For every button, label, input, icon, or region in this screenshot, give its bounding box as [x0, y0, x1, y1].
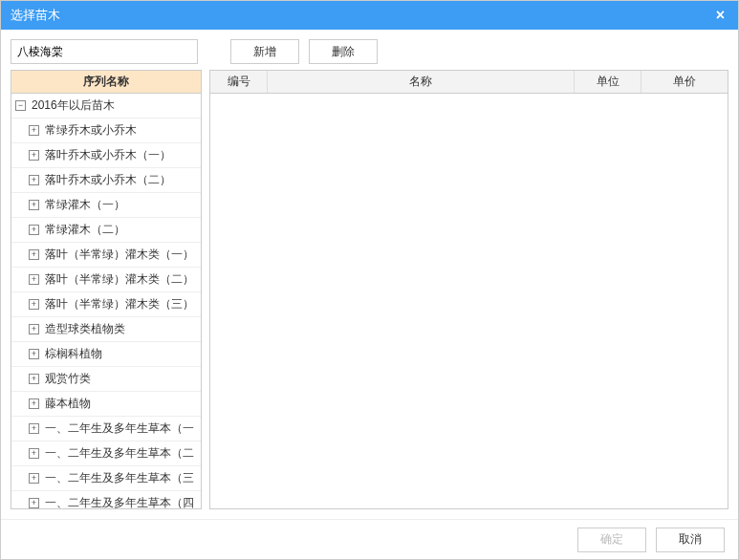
tree-node-label: 一、二年生及多年生草本（三	[45, 470, 194, 486]
tree-node[interactable]: +棕榈科植物	[11, 342, 201, 367]
tree-node-label: 2016年以后苗木	[32, 97, 115, 114]
tree-node[interactable]: +常绿灌木（二）	[11, 218, 201, 243]
ok-button[interactable]: 确定	[577, 528, 646, 552]
search-input[interactable]	[11, 39, 198, 64]
tree-node[interactable]: +落叶（半常绿）灌木类（一）	[11, 243, 201, 268]
tree-node-label: 常绿灌木（二）	[45, 222, 125, 238]
tree-pane: 序列名称 −2016年以后苗木+常绿乔木或小乔木+落叶乔木或小乔木（一）+落叶乔…	[11, 70, 202, 509]
tree-node-label: 常绿灌木（一）	[45, 197, 125, 213]
expand-icon[interactable]: +	[29, 274, 39, 285]
tree-node-label: 一、二年生及多年生草本（一	[45, 420, 194, 437]
table-pane: 编号 名称 单位 单价	[209, 70, 728, 509]
expand-icon[interactable]: +	[29, 125, 39, 136]
tree-node-label: 落叶（半常绿）灌木类（一）	[45, 247, 194, 263]
toolbar: 新增 删除	[11, 39, 728, 64]
expand-icon[interactable]: +	[29, 299, 39, 310]
tree-node-label: 落叶乔木或小乔木（一）	[45, 147, 171, 163]
tree-node-label: 观赏竹类	[45, 371, 91, 387]
tree-node[interactable]: +落叶乔木或小乔木（一）	[11, 143, 201, 168]
expand-icon[interactable]: +	[29, 349, 39, 359]
tree-scroll[interactable]: −2016年以后苗木+常绿乔木或小乔木+落叶乔木或小乔木（一）+落叶乔木或小乔木…	[11, 94, 201, 508]
col-name[interactable]: 名称	[268, 71, 575, 93]
tree-node-label: 落叶（半常绿）灌木类（三）	[45, 296, 194, 312]
table-body	[210, 94, 728, 508]
expand-icon[interactable]: +	[29, 200, 39, 210]
collapse-icon[interactable]: −	[15, 100, 26, 111]
expand-icon[interactable]: +	[29, 249, 39, 260]
tree-root[interactable]: −2016年以后苗木	[11, 94, 201, 118]
dialog: 选择苗木 × 新增 删除 序列名称 −2016年以后苗木+常绿乔木或小乔木+落叶…	[0, 0, 739, 560]
cancel-button[interactable]: 取消	[656, 528, 725, 552]
tree-node[interactable]: +一、二年生及多年生草本（三	[11, 466, 201, 491]
tree-node[interactable]: +落叶乔木或小乔木（二）	[11, 168, 201, 193]
tree-node-label: 造型球类植物类	[45, 321, 125, 337]
tree-node-label: 棕榈科植物	[45, 346, 102, 362]
tree-node-label: 落叶乔木或小乔木（二）	[45, 172, 171, 188]
tree-node-label: 一、二年生及多年生草本（二	[45, 445, 194, 462]
tree-node[interactable]: +一、二年生及多年生草本（四	[11, 491, 201, 508]
tree-node[interactable]: +常绿灌木（一）	[11, 193, 201, 218]
expand-icon[interactable]: +	[29, 225, 39, 235]
tree-node-label: 落叶（半常绿）灌木类（二）	[45, 271, 194, 288]
col-unit[interactable]: 单位	[575, 71, 641, 93]
expand-icon[interactable]: +	[29, 473, 39, 484]
expand-icon[interactable]: +	[29, 398, 39, 409]
close-icon[interactable]: ×	[712, 7, 728, 24]
tree-node[interactable]: +观赏竹类	[11, 367, 201, 392]
expand-icon[interactable]: +	[29, 175, 39, 185]
delete-button[interactable]: 删除	[309, 39, 378, 64]
tree-node[interactable]: +一、二年生及多年生草本（一	[11, 417, 201, 442]
tree-node[interactable]: +藤本植物	[11, 392, 201, 417]
expand-icon[interactable]: +	[29, 150, 39, 161]
titlebar: 选择苗木 ×	[1, 1, 738, 30]
tree-node[interactable]: +造型球类植物类	[11, 317, 201, 342]
col-num[interactable]: 编号	[210, 71, 268, 93]
col-price[interactable]: 单价	[641, 71, 728, 93]
expand-icon[interactable]: +	[29, 423, 39, 434]
expand-icon[interactable]: +	[29, 324, 39, 334]
tree-node[interactable]: +一、二年生及多年生草本（二	[11, 442, 201, 466]
main-area: 序列名称 −2016年以后苗木+常绿乔木或小乔木+落叶乔木或小乔木（一）+落叶乔…	[11, 70, 728, 509]
tree-node-label: 藤本植物	[45, 396, 91, 412]
expand-icon[interactable]: +	[29, 448, 39, 459]
expand-icon[interactable]: +	[29, 498, 39, 508]
tree-node[interactable]: +常绿乔木或小乔木	[11, 118, 201, 143]
expand-icon[interactable]: +	[29, 374, 39, 384]
dialog-title: 选择苗木	[11, 7, 60, 24]
add-button[interactable]: 新增	[230, 39, 299, 64]
footer: 确定 取消	[1, 519, 738, 559]
tree-node[interactable]: +落叶（半常绿）灌木类（二）	[11, 268, 201, 292]
tree-node[interactable]: +落叶（半常绿）灌木类（三）	[11, 292, 201, 317]
dialog-body: 新增 删除 序列名称 −2016年以后苗木+常绿乔木或小乔木+落叶乔木或小乔木（…	[1, 30, 738, 519]
tree-header: 序列名称	[11, 71, 201, 94]
table-header: 编号 名称 单位 单价	[210, 71, 728, 94]
tree-node-label: 常绿乔木或小乔木	[45, 122, 137, 139]
tree-node-label: 一、二年生及多年生草本（四	[45, 495, 194, 508]
